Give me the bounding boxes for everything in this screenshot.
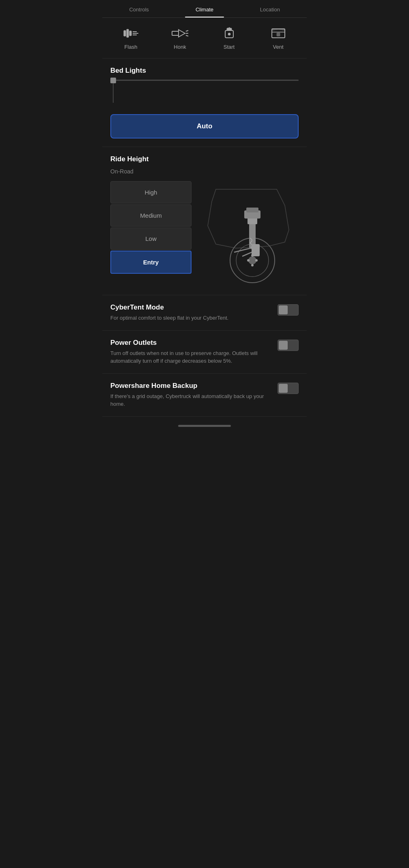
- powershare-desc: If there's a grid outage, Cybertruck wil…: [110, 392, 271, 408]
- cybertent-toggle[interactable]: [278, 304, 299, 316]
- power-outlets-title: Power Outlets: [110, 339, 271, 347]
- bed-lights-title: Bed Lights: [110, 67, 299, 75]
- start-action[interactable]: Start: [220, 26, 239, 50]
- bed-lights-section: Bed Lights Auto: [102, 58, 307, 147]
- ride-low-button[interactable]: Low: [110, 227, 192, 250]
- honk-icon: [170, 26, 190, 41]
- suspension-image: [198, 181, 299, 287]
- start-icon: [220, 26, 239, 41]
- power-outlets-section: Power Outlets Turn off outlets when not …: [102, 331, 307, 374]
- svg-line-10: [186, 35, 188, 36]
- vent-icon: [269, 26, 288, 41]
- ride-medium-button[interactable]: Medium: [110, 204, 192, 227]
- powershare-toggle-row: Powershare Home Backup If there's a grid…: [110, 382, 299, 408]
- honk-label: Honk: [174, 44, 186, 50]
- svg-point-28: [251, 254, 254, 257]
- auto-button[interactable]: Auto: [110, 114, 299, 139]
- power-outlets-desc: Turn off outlets when not in use to pres…: [110, 349, 271, 365]
- power-outlets-toggle-row: Power Outlets Turn off outlets when not …: [110, 339, 299, 365]
- vent-label: Vent: [273, 44, 283, 50]
- ride-height-section: Ride Height On-Road High Medium Low Entr…: [102, 147, 307, 295]
- svg-rect-6: [172, 31, 179, 35]
- powershare-text: Powershare Home Backup If there's a grid…: [110, 382, 271, 408]
- cybertent-section: CyberTent Mode For optimal comfort to sl…: [102, 295, 307, 331]
- powershare-title: Powershare Home Backup: [110, 382, 271, 390]
- svg-rect-17: [277, 33, 280, 36]
- svg-line-8: [186, 30, 188, 31]
- ride-height-title: Ride Height: [110, 155, 299, 163]
- svg-point-13: [228, 33, 230, 35]
- power-outlets-toggle[interactable]: [278, 340, 299, 351]
- home-indicator: [178, 425, 231, 427]
- honk-action[interactable]: Honk: [170, 26, 190, 50]
- ride-high-button[interactable]: High: [110, 181, 192, 203]
- svg-point-26: [247, 259, 250, 262]
- power-outlets-knob: [279, 341, 288, 350]
- svg-rect-0: [124, 30, 126, 36]
- cybertent-text: CyberTent Mode For optimal comfort to sl…: [110, 303, 271, 322]
- powershare-toggle[interactable]: [278, 383, 299, 394]
- cybertent-desc: For optimal comfort to sleep flat in you…: [110, 314, 271, 322]
- bed-lights-slider-track[interactable]: [110, 80, 299, 81]
- ride-height-buttons: High Medium Low Entry: [110, 181, 192, 274]
- powershare-section: Powershare Home Backup If there's a grid…: [102, 374, 307, 417]
- svg-rect-2: [129, 31, 131, 36]
- ride-height-subtitle: On-Road: [110, 168, 299, 175]
- bed-lights-slider-container: [110, 80, 299, 103]
- ride-height-content: High Medium Low Entry: [110, 181, 299, 287]
- cybertent-knob: [279, 305, 288, 314]
- svg-marker-7: [179, 30, 185, 37]
- flash-icon: [121, 26, 141, 41]
- svg-point-29: [251, 264, 254, 266]
- svg-point-27: [255, 259, 258, 262]
- tab-location[interactable]: Location: [237, 0, 303, 17]
- vent-action[interactable]: Vent: [269, 26, 288, 50]
- bed-lights-slider-thumb[interactable]: [110, 78, 116, 83]
- tab-climate[interactable]: Climate: [172, 0, 237, 17]
- cybertent-title: CyberTent Mode: [110, 303, 271, 312]
- cybertent-toggle-row: CyberTent Mode For optimal comfort to sl…: [110, 303, 299, 322]
- flash-action[interactable]: Flash: [121, 26, 141, 50]
- ride-entry-button[interactable]: Entry: [110, 251, 192, 274]
- start-label: Start: [224, 44, 235, 50]
- tab-controls[interactable]: Controls: [106, 0, 172, 17]
- top-tabs-bar: Controls Climate Location: [102, 0, 307, 18]
- svg-rect-24: [246, 208, 258, 212]
- quick-actions-row: Flash Honk Start: [102, 18, 307, 58]
- flash-label: Flash: [125, 44, 138, 50]
- slider-vertical-line: [113, 82, 114, 103]
- powershare-knob: [279, 384, 288, 393]
- power-outlets-text: Power Outlets Turn off outlets when not …: [110, 339, 271, 365]
- svg-rect-1: [127, 29, 129, 37]
